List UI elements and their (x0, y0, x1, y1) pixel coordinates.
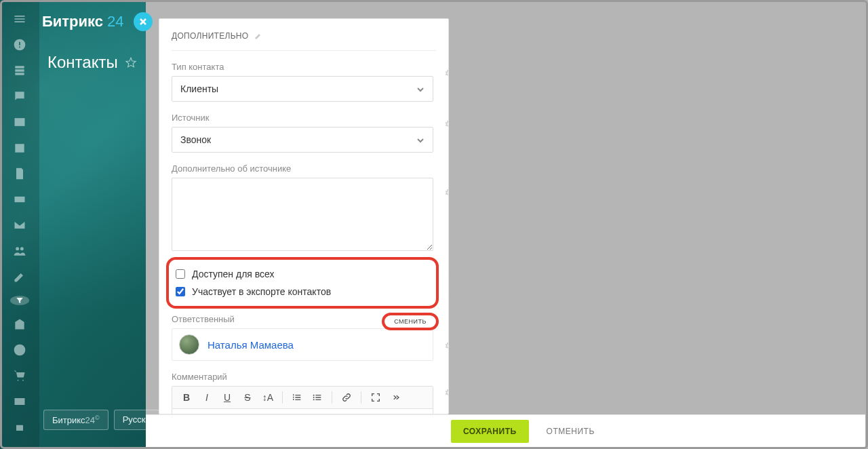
responsible-field: Ответственный СМЕНИТЬ Наталья Мамаева (172, 314, 436, 361)
brand-badge-name: Битрикс (52, 415, 85, 425)
svg-point-0 (313, 395, 315, 396)
crm-icon[interactable] (13, 115, 26, 129)
contact-type-value: Клиенты (180, 83, 218, 94)
source-gear-icon[interactable] (444, 119, 449, 129)
in-export-gear-icon[interactable] (447, 290, 449, 299)
edit-section-icon[interactable] (254, 32, 262, 40)
brand-badge[interactable]: Битрикс24© (43, 410, 108, 430)
responsible-gear-icon[interactable] (444, 341, 449, 351)
swap-responsible-button[interactable]: СМЕНИТЬ (382, 313, 439, 330)
available-all-label: Доступен для всех (192, 269, 275, 279)
source-extra-gear-icon[interactable] (444, 188, 449, 197)
additional-section-card: ДОПОЛНИТЕЛЬНО Тип контакта Клиенты Источ… (159, 18, 449, 414)
page-title: Контакты (47, 53, 118, 72)
favorite-star-icon[interactable] (125, 56, 137, 69)
source-field: Источник Звонок (172, 113, 436, 153)
left-sidebar: Битрикс 24 Контакты Битрикс24© Русски (0, 0, 146, 449)
more-button[interactable] (387, 389, 405, 406)
clearformat-button[interactable]: ↕A (259, 389, 277, 406)
comment-label: Комментарий (172, 372, 436, 382)
source-label: Источник (172, 113, 436, 123)
fullscreen-button[interactable] (367, 389, 384, 406)
responsible-person-name: Наталья Мамаева (208, 339, 294, 351)
calendar-icon[interactable] (13, 141, 26, 155)
source-extra-field: Дополнительно об источнике (172, 163, 436, 253)
action-bar: СОХРАНИТЬ ОТМЕНИТЬ (146, 414, 865, 447)
underline-button[interactable]: U (218, 389, 236, 406)
cart-icon[interactable] (13, 369, 26, 383)
hamburger-icon[interactable] (13, 12, 26, 26)
source-select[interactable]: Звонок (172, 127, 433, 153)
save-button[interactable]: СОХРАНИТЬ (451, 420, 529, 443)
drive-icon[interactable] (13, 193, 26, 206)
brand-badge-suffix: 24 (85, 415, 95, 425)
bold-button[interactable]: B (178, 389, 195, 406)
cancel-button[interactable]: ОТМЕНИТЬ (538, 420, 603, 443)
brand: Битрикс 24 (42, 12, 153, 31)
available-all-gear-icon[interactable] (447, 269, 449, 279)
available-all-checkbox[interactable] (176, 269, 185, 279)
available-all-row: Доступен для всех (176, 265, 429, 283)
in-export-row: Участвует в экспорте контактов (176, 283, 429, 300)
filter-icon[interactable] (10, 296, 29, 305)
in-export-checkbox[interactable] (176, 287, 185, 296)
avatar (179, 334, 199, 355)
editor-toolbar: B I U S ↕A (172, 386, 433, 409)
brand-name: Битрикс (42, 13, 103, 31)
chevron-down-icon (416, 85, 425, 93)
android-icon[interactable] (13, 421, 26, 434)
in-export-label: Участвует в экспорте контактов (192, 286, 331, 297)
close-sidebar-button[interactable] (134, 12, 153, 31)
chat-icon[interactable] (13, 90, 26, 103)
brand-suffix: 24 (107, 13, 123, 31)
link-button[interactable] (338, 389, 355, 406)
toolbar-divider (282, 391, 283, 404)
responsible-person-box[interactable]: Наталья Мамаева (172, 328, 433, 361)
comment-editor[interactable] (172, 409, 433, 414)
svg-point-1 (313, 397, 315, 398)
ordered-list-button[interactable] (288, 389, 306, 406)
contact-type-label: Тип контакта (172, 62, 436, 72)
footer-badges: Битрикс24© Русски (43, 410, 159, 430)
contact-type-gear-icon[interactable] (444, 69, 449, 78)
company-icon[interactable] (13, 317, 26, 331)
comment-field: Комментарий B I U S ↕A (172, 372, 436, 414)
contact-type-field: Тип контакта Клиенты (172, 62, 436, 102)
strike-button[interactable]: S (239, 389, 256, 406)
card-icon[interactable] (13, 395, 26, 408)
section-header: ДОПОЛНИТЕЛЬНО (172, 31, 436, 51)
unordered-list-button[interactable] (309, 389, 326, 406)
svg-point-2 (313, 399, 315, 400)
people-icon[interactable] (13, 244, 26, 258)
toolbar-divider (332, 391, 332, 404)
source-value: Звонок (180, 134, 211, 145)
source-extra-label: Дополнительно об источнике (172, 163, 436, 174)
box-icon[interactable] (13, 446, 26, 449)
section-title: ДОПОЛНИТЕЛЬНО (172, 31, 248, 41)
target-icon[interactable] (13, 343, 26, 357)
toolbar-divider (361, 391, 361, 404)
nav-rail (0, 0, 39, 449)
page-title-row: Контакты (47, 53, 137, 72)
chevron-down-icon (416, 136, 425, 144)
mail-icon[interactable] (13, 218, 26, 232)
highlighted-options: Доступен для всех Участвует в экспорте к… (166, 257, 439, 309)
doc-icon[interactable] (13, 167, 26, 180)
comment-gear-icon[interactable] (444, 388, 449, 397)
pencil-icon[interactable] (13, 270, 26, 284)
activity-icon[interactable] (13, 38, 26, 52)
tasks-icon[interactable] (13, 64, 26, 77)
source-extra-textarea[interactable] (172, 178, 433, 251)
italic-button[interactable]: I (198, 389, 216, 406)
contact-type-select[interactable]: Клиенты (172, 76, 433, 102)
